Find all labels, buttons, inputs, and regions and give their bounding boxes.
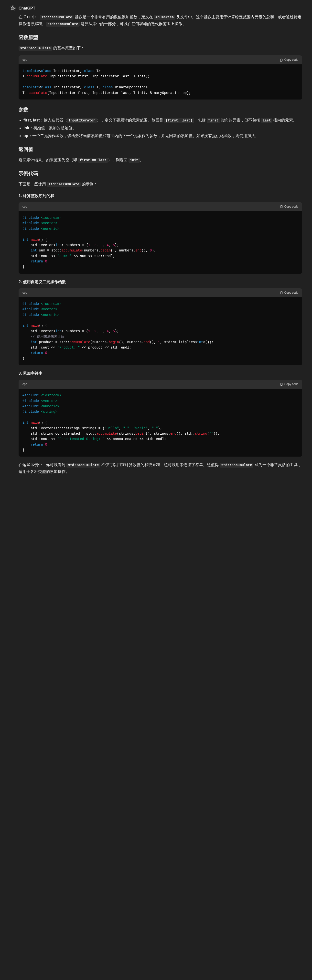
- message-header: ChatGPT: [10, 5, 302, 12]
- code-header: cpp Copy code: [19, 56, 302, 64]
- code-block-example-1: cpp Copy code #include <iostream> #inclu…: [19, 202, 302, 274]
- inline-code: InputIterator: [67, 118, 97, 123]
- text: ），则返回: [108, 158, 128, 162]
- clipboard-icon: [280, 291, 283, 294]
- outro-paragraph: 在这些示例中，你可以看到 std::accumulate 不仅可以用来计算数值的…: [19, 461, 302, 475]
- list-item: init：初始值，累加的起始值。: [24, 125, 302, 132]
- text: ），定义了要累计的元素范围。范围是: [97, 118, 164, 122]
- inline-code: init: [128, 158, 140, 163]
- inline-code: first: [207, 118, 220, 123]
- code-block-example-2: cpp Copy code #include <iostream> #inclu…: [19, 288, 302, 365]
- code-lang: cpp: [22, 382, 27, 387]
- text: ：一个二元操作函数，该函数将当前累加值和范围内的下一个元素作为参数，并返回新的累…: [28, 134, 259, 138]
- intro-paragraph: 在 C++ 中，std::accumulate 函数是一个非常有用的数值累加函数…: [19, 14, 302, 27]
- inline-code: std::accumulate: [46, 22, 80, 27]
- text: 在这些示例中，你可以看到: [19, 463, 66, 467]
- param-name: init: [24, 126, 29, 130]
- text: ：初始值，累加的起始值。: [29, 126, 76, 130]
- inline-code: std::accumulate: [47, 182, 81, 187]
- assistant-message: ChatGPT 在 C++ 中，std::accumulate 函数是一个非常有…: [0, 0, 312, 489]
- params-list: first, last：输入迭代器（InputIterator），定义了要累计的…: [24, 117, 302, 139]
- text: 在 C++ 中，: [19, 15, 40, 19]
- author-name: ChatGPT: [19, 5, 35, 12]
- code-content[interactable]: template<class InputIterator, class T> T…: [19, 64, 302, 100]
- code-header: cpp Copy code: [19, 288, 302, 298]
- example-3-heading: 3. 累加字符串: [19, 370, 302, 377]
- proto-paragraph: std::accumulate 的基本原型如下：: [19, 45, 302, 51]
- inline-code: std::accumulate: [19, 46, 52, 51]
- param-name: op: [24, 134, 28, 138]
- inline-code: <numeric>: [154, 15, 175, 20]
- avatar: [10, 5, 16, 11]
- inline-code: std::accumulate: [220, 463, 253, 468]
- heading-params: 参数: [19, 105, 302, 114]
- code-block-prototype: cpp Copy code template<class InputIterat…: [19, 56, 302, 100]
- clipboard-icon: [280, 205, 283, 208]
- list-item: first, last：输入迭代器（InputIterator），定义了要累计的…: [24, 117, 302, 124]
- copy-label: Copy code: [285, 382, 298, 387]
- text: 指向的元素。: [272, 118, 297, 122]
- text: 不仅可以用来计算数值的和或乘积，还可以用来连接字符串。这使得: [100, 463, 220, 467]
- example-1-heading: 1. 计算整数序列的和: [19, 192, 302, 199]
- copy-code-button[interactable]: Copy code: [280, 290, 298, 295]
- copy-code-button[interactable]: Copy code: [280, 382, 298, 387]
- code-header: cpp Copy code: [19, 380, 302, 389]
- inline-code: last: [261, 118, 272, 123]
- list-item: op：一个二元操作函数，该函数将当前累加值和范围内的下一个元素作为参数，并返回新…: [24, 132, 302, 139]
- heading-prototype: 函数原型: [19, 33, 302, 42]
- clipboard-icon: [280, 383, 283, 386]
- code-lang: cpp: [22, 57, 27, 62]
- heading-examples: 示例代码: [19, 169, 302, 178]
- copy-label: Copy code: [285, 57, 298, 62]
- code-content[interactable]: #include <iostream> #include <vector> #i…: [19, 389, 302, 457]
- copy-code-button[interactable]: Copy code: [280, 57, 298, 62]
- code-header: cpp Copy code: [19, 202, 302, 211]
- inline-code: first == last: [78, 158, 108, 163]
- svg-rect-0: [280, 59, 282, 61]
- text: 的示例：: [81, 182, 97, 186]
- svg-rect-1: [280, 205, 282, 208]
- code-content[interactable]: #include <iostream> #include <vector> #i…: [19, 211, 302, 274]
- svg-rect-2: [280, 292, 282, 294]
- text: ：输入迭代器（: [40, 118, 67, 122]
- inline-code: [first, last): [164, 118, 194, 123]
- svg-rect-3: [280, 383, 282, 385]
- text: ，包括: [194, 118, 207, 122]
- example-2-heading: 2. 使用自定义二元操作函数: [19, 278, 302, 285]
- copy-label: Copy code: [285, 290, 298, 295]
- text: 。: [140, 158, 144, 162]
- openai-icon: [11, 6, 14, 10]
- text: 是算法库中的一部分，可以在任何容器的迭代器范围上操作。: [80, 22, 186, 26]
- text: 函数是一个非常有用的数值累加函数，定义在: [74, 15, 154, 19]
- text: 返回累计结果。如果范围为空（即: [19, 158, 78, 162]
- code-lang: cpp: [22, 290, 27, 295]
- examples-paragraph: 下面是一些使用 std::accumulate 的示例：: [19, 181, 302, 188]
- inline-code: std::accumulate: [66, 463, 100, 468]
- clipboard-icon: [280, 58, 283, 62]
- return-paragraph: 返回累计结果。如果范围为空（即 first == last），则返回 init。: [19, 157, 302, 164]
- message-content: 在 C++ 中，std::accumulate 函数是一个非常有用的数值累加函数…: [19, 14, 302, 475]
- code-lang: cpp: [22, 204, 27, 209]
- text: 指向的元素，但不包括: [220, 118, 261, 122]
- heading-return: 返回值: [19, 145, 302, 154]
- copy-label: Copy code: [285, 204, 298, 209]
- text: 下面是一些使用: [19, 182, 47, 186]
- param-name: first, last: [24, 118, 40, 122]
- inline-code: std::accumulate: [40, 15, 74, 20]
- copy-code-button[interactable]: Copy code: [280, 204, 298, 209]
- code-block-example-3: cpp Copy code #include <iostream> #inclu…: [19, 380, 302, 457]
- text: 的基本原型如下：: [52, 46, 85, 50]
- code-content[interactable]: #include <iostream> #include <vector> #i…: [19, 298, 302, 365]
